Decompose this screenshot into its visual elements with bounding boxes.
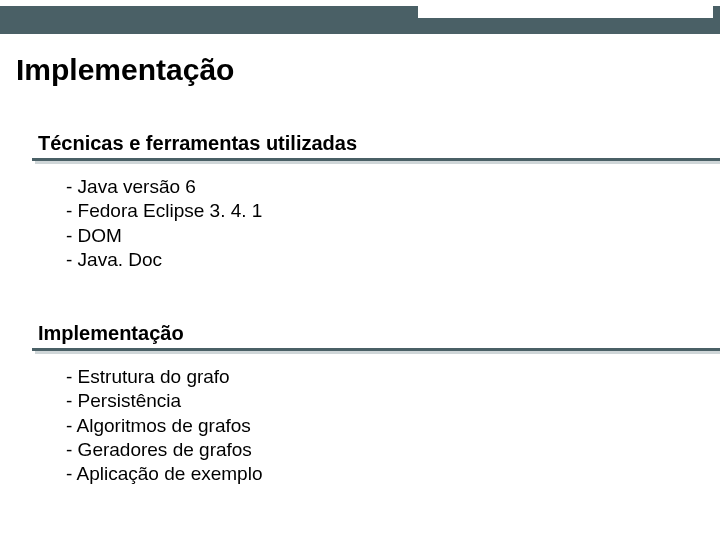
- section-divider-shadow: [35, 161, 720, 164]
- section-divider-shadow: [35, 351, 720, 354]
- section-implementation: Implementação - Estrutura do grafo - Per…: [32, 318, 688, 487]
- section-tools: Técnicas e ferramentas utilizadas - Java…: [32, 128, 688, 272]
- list-item: - Aplicação de exemplo: [66, 462, 688, 486]
- section-heading: Técnicas e ferramentas utilizadas: [38, 132, 682, 155]
- list-item: - Fedora Eclipse 3. 4. 1: [66, 199, 688, 223]
- list-item: - Geradores de grafos: [66, 438, 688, 462]
- header-band-cutout: [418, 6, 713, 18]
- bullet-list: - Java versão 6 - Fedora Eclipse 3. 4. 1…: [66, 175, 688, 272]
- list-item: - DOM: [66, 224, 688, 248]
- section-heading: Implementação: [38, 322, 682, 345]
- section-heading-wrap: Técnicas e ferramentas utilizadas: [32, 128, 688, 161]
- list-item: - Algoritmos de grafos: [66, 414, 688, 438]
- header-band: [0, 6, 720, 34]
- list-item: - Estrutura do grafo: [66, 365, 688, 389]
- bullet-list: - Estrutura do grafo - Persistência - Al…: [66, 365, 688, 487]
- list-item: - Java versão 6: [66, 175, 688, 199]
- list-item: - Java. Doc: [66, 248, 688, 272]
- slide-title: Implementação: [16, 53, 234, 87]
- section-heading-wrap: Implementação: [32, 318, 688, 351]
- list-item: - Persistência: [66, 389, 688, 413]
